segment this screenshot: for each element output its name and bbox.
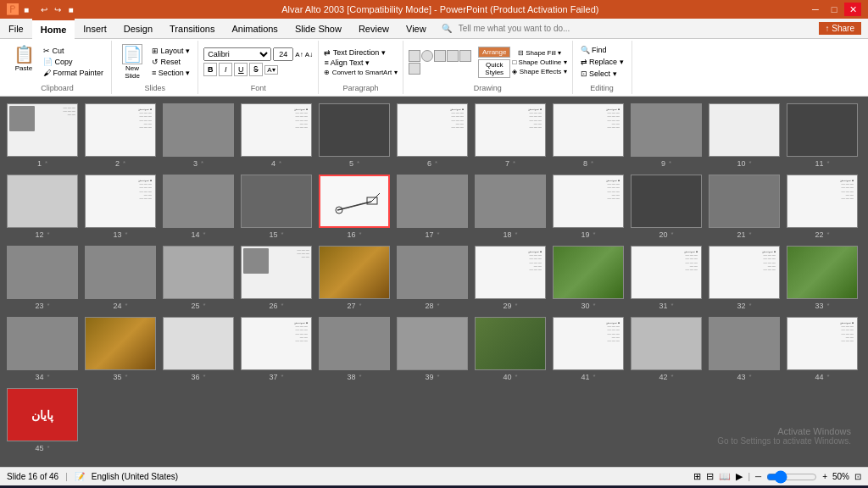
shape-effects-button[interactable]: ◈ Shape Effects ▾	[512, 68, 566, 75]
find-button[interactable]: 🔍 Find	[578, 45, 626, 55]
slide-thumb[interactable]: ■ نمونه متن── ── ──── ── ──── ── ──── ──…	[239, 315, 314, 383]
zoom-slider[interactable]	[766, 470, 817, 484]
shape-5[interactable]	[459, 50, 471, 62]
normal-view-button[interactable]: ⊞	[693, 471, 701, 482]
convert-smartart-button[interactable]: ⊕ Convert to SmartArt ▾	[324, 69, 397, 76]
arrange-button[interactable]: Arrange	[478, 47, 510, 58]
shape-1[interactable]	[409, 50, 420, 62]
replace-button[interactable]: ⇄ Replace ▾	[578, 57, 626, 67]
tab-home[interactable]: Home	[32, 19, 75, 39]
underline-button[interactable]: U	[234, 63, 248, 76]
shape-2[interactable]	[421, 50, 433, 62]
slide-sorter-button[interactable]: ⊟	[706, 471, 714, 482]
slide-thumb[interactable]: ── ── ──── ── ──── ──26*	[239, 244, 314, 312]
tab-transitions[interactable]: Transitions	[161, 19, 223, 39]
share-button[interactable]: ↑ Share	[819, 22, 861, 35]
slide-thumb[interactable]: ■ نمونه متن── ── ──── ── ──── ── ──── ──…	[473, 102, 548, 169]
font-family-select[interactable]: Calibri	[203, 47, 271, 61]
shape-fill-button[interactable]: ⊟ Shape Fill ▾	[512, 49, 566, 57]
shape-4[interactable]	[447, 50, 459, 62]
format-painter-button[interactable]: 🖌 Format Painter	[41, 68, 106, 78]
shape-outline-button[interactable]: □ Shape Outline ▾	[512, 58, 566, 66]
tab-file[interactable]: File	[0, 19, 32, 39]
cut-button[interactable]: ✂ Cut	[41, 46, 106, 56]
slide-thumb[interactable]: 16*	[317, 173, 392, 241]
slide-thumb[interactable]: 39*	[395, 315, 470, 383]
new-slide-button[interactable]: 📄 NewSlide	[117, 42, 147, 81]
slide-thumb[interactable]: 5*	[317, 102, 392, 169]
tab-review[interactable]: Review	[350, 19, 398, 39]
shape-3[interactable]	[434, 50, 446, 62]
slide-thumb[interactable]: ■ نمونه متن── ── ──── ── ──── ── ──── ──…	[551, 315, 626, 383]
slide-thumb[interactable]: ■ نمونه متن── ── ──── ── ──── ── ──── ──…	[473, 244, 548, 312]
font-color-button[interactable]: A▾	[264, 65, 277, 75]
slide-thumb[interactable]: ■ نمونه متن── ── ──── ── ──── ── ──── ──…	[785, 173, 860, 241]
slide-thumb[interactable]: ── ── ──── ── ──── ──1*	[5, 102, 80, 169]
slide-thumb[interactable]: 43*	[707, 315, 782, 383]
slide-thumb[interactable]: 3*	[161, 102, 236, 169]
slide-thumb[interactable]: 12*	[5, 173, 80, 241]
slide-thumb[interactable]: ■ نمونه متن── ── ──── ── ──── ── ──── ──…	[629, 244, 704, 312]
slide-thumb[interactable]: 35*	[83, 315, 158, 383]
slide-thumb[interactable]: 34*	[5, 315, 80, 383]
slide-thumb[interactable]: 27*	[317, 244, 392, 312]
tab-slideshow[interactable]: Slide Show	[287, 19, 350, 39]
slide-thumb[interactable]: 14*	[161, 173, 236, 241]
slide-thumb[interactable]: 40*	[473, 315, 548, 383]
slide-thumb[interactable]: 38*	[317, 315, 392, 383]
slide-thumb[interactable]: 28*	[395, 244, 470, 312]
slide-thumb[interactable]: ■ نمونه متن── ── ──── ── ──── ── ──── ──…	[395, 102, 470, 169]
align-text-button[interactable]: ≡ Align Text ▾	[324, 58, 370, 67]
copy-button[interactable]: 📄 Copy	[41, 57, 106, 67]
slide-thumb[interactable]: ■ نمونه متن── ── ──── ── ──── ── ──── ──…	[707, 244, 782, 312]
slide-thumb[interactable]: 23*	[5, 244, 80, 312]
tab-animations[interactable]: Animations	[223, 19, 286, 39]
slide-thumb[interactable]: 11*	[785, 102, 860, 169]
slide-thumb[interactable]: 10*	[707, 102, 782, 169]
slide-thumb[interactable]: 18*	[473, 173, 548, 241]
slide-thumb[interactable]: 17*	[395, 173, 470, 241]
paste-button[interactable]: 📋 Paste	[8, 42, 39, 74]
select-button[interactable]: ⊡ Select ▾	[578, 69, 626, 79]
slide-thumb[interactable]: پایان45*	[5, 386, 80, 454]
reset-button[interactable]: ↺ Reset	[149, 57, 192, 67]
slide-thumb[interactable]: ■ نمونه متن── ── ──── ── ──── ── ──── ──…	[785, 315, 860, 383]
decrease-font-button[interactable]: A↓	[305, 51, 313, 58]
fit-slide-button[interactable]: ⊡	[854, 472, 861, 481]
quick-styles-button[interactable]: QuickStyles	[478, 59, 510, 78]
slide-thumb[interactable]: 20*	[629, 173, 704, 241]
slide-thumb[interactable]: 25*	[161, 244, 236, 312]
slide-thumb[interactable]: ■ نمونه متن── ── ──── ── ──── ── ──── ──…	[83, 102, 158, 169]
slide-thumb[interactable]: ■ نمونه متن── ── ──── ── ──── ── ──── ──…	[551, 102, 626, 169]
minimize-button[interactable]: ─	[807, 3, 824, 16]
strikethrough-button[interactable]: S̶	[249, 63, 263, 76]
slide-thumb[interactable]: ■ نمونه متن── ── ──── ── ──── ── ──── ──…	[551, 173, 626, 241]
reading-view-button[interactable]: 📖	[719, 471, 731, 482]
font-size-input[interactable]	[273, 47, 293, 61]
slide-thumb[interactable]: 15*	[239, 173, 314, 241]
italic-button[interactable]: I	[219, 63, 232, 76]
tab-design[interactable]: Design	[115, 19, 161, 39]
slide-thumb[interactable]: 36*	[161, 315, 236, 383]
slide-thumb[interactable]: 24*	[83, 244, 158, 312]
slide-thumb[interactable]: 42*	[629, 315, 704, 383]
slide-thumb[interactable]: 21*	[707, 173, 782, 241]
close-button[interactable]: ✕	[844, 3, 861, 16]
slideshow-button[interactable]: ▶	[736, 471, 743, 482]
slide-thumb[interactable]: 9*	[629, 102, 704, 169]
bold-button[interactable]: B	[203, 63, 217, 76]
slide-thumb[interactable]: 33*	[785, 244, 860, 312]
slide-thumb[interactable]: 30*	[551, 244, 626, 312]
text-direction-button[interactable]: ⇄ Text Direction ▾	[324, 48, 385, 57]
slide-thumb[interactable]: ■ نمونه متن── ── ──── ── ──── ── ──── ──…	[83, 173, 158, 241]
tell-me-input[interactable]	[455, 21, 709, 36]
slide-thumb[interactable]: ■ نمونه متن── ── ──── ── ──── ── ──── ──…	[239, 102, 314, 169]
tab-view[interactable]: View	[398, 19, 435, 39]
maximize-button[interactable]: □	[826, 3, 843, 16]
layout-button[interactable]: ⊞ Layout ▾	[149, 46, 192, 56]
notes-button[interactable]: 📝	[75, 472, 85, 481]
shape-6[interactable]	[409, 63, 420, 75]
increase-font-button[interactable]: A↑	[295, 51, 303, 58]
tab-insert[interactable]: Insert	[75, 19, 115, 39]
section-button[interactable]: ≡ Section ▾	[149, 68, 192, 78]
